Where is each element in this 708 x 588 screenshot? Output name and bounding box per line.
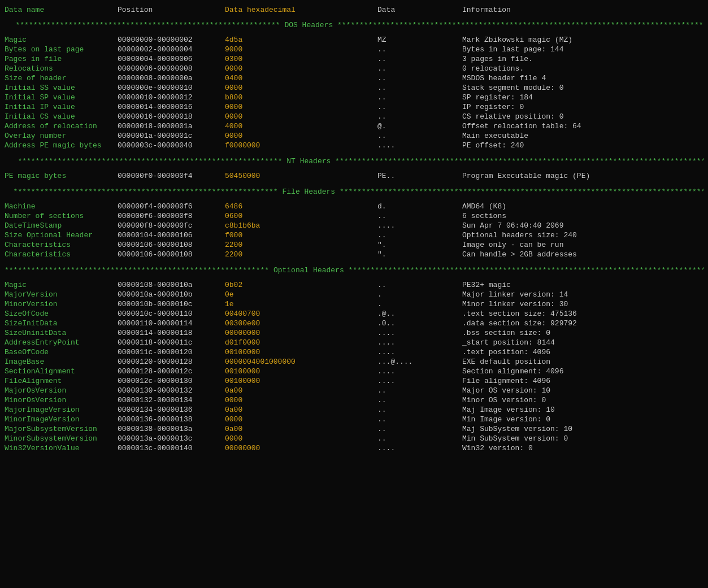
cell-hex: 0300	[225, 54, 377, 64]
cell-hex: f000	[225, 230, 377, 240]
cell-position: 00000134-00000136	[118, 405, 225, 415]
cell-dataname: MajorImageVersion	[5, 405, 118, 415]
cell-position: 00000018-0000001a	[118, 121, 225, 131]
cell-position: 000000f8-000000fc	[118, 221, 225, 230]
header-position: Position	[118, 5, 225, 18]
cell-dataname: AddressEntryPoint	[5, 338, 118, 347]
cell-dataname: Initial SS value	[5, 83, 118, 93]
cell-info: 0 relocations.	[462, 64, 703, 73]
cell-data: ..	[377, 280, 462, 290]
cell-dataname: Initial SP value	[5, 93, 118, 102]
cell-hex: 0000	[225, 434, 377, 443]
cell-hex: 00300e00	[225, 319, 377, 328]
cell-data: PE..	[377, 171, 462, 181]
cell-dataname: BaseOfCode	[5, 347, 118, 357]
cell-hex: 0000	[225, 131, 377, 141]
cell-data: ..	[377, 54, 462, 64]
cell-data: ..	[377, 45, 462, 54]
cell-data: ..	[377, 415, 462, 424]
cell-position: 00000138-0000013a	[118, 424, 225, 434]
cell-position: 00000008-0000000a	[118, 73, 225, 83]
cell-hex: d01f0000	[225, 338, 377, 347]
cell-dataname: MinorOsVersion	[5, 395, 118, 405]
cell-hex: f0000000	[225, 141, 377, 150]
cell-hex: 50450000	[225, 171, 377, 181]
cell-data: ..	[377, 83, 462, 93]
cell-data: ..	[377, 424, 462, 434]
cell-data: MZ	[377, 35, 462, 45]
cell-position: 0000013a-0000013c	[118, 434, 225, 443]
cell-data: ..	[377, 405, 462, 415]
cell-hex: 0a00	[225, 405, 377, 415]
cell-info: Maj Image version: 10	[462, 405, 703, 415]
cell-info: IP register: 0	[462, 102, 703, 112]
table-row: MinorOsVersion00000132-000001340000..Min…	[5, 395, 703, 405]
cell-info: Optional headers size: 240	[462, 230, 703, 240]
cell-info: Mark Zbikowski magic (MZ)	[462, 35, 703, 45]
section-divider-nt-headers: ****************************************…	[5, 154, 703, 168]
cell-hex: 0000	[225, 415, 377, 424]
cell-position: 0000003c-00000040	[118, 141, 225, 150]
table-row: Address of relocation00000018-0000001a40…	[5, 121, 703, 131]
cell-info: .text section size: 475136	[462, 309, 703, 319]
cell-position: 000000f4-000000f6	[118, 202, 225, 211]
cell-hex: b800	[225, 93, 377, 102]
cell-info: AMD64 (K8)	[462, 202, 703, 211]
table-row: Initial CS value00000016-000000180000..C…	[5, 112, 703, 121]
cell-info: 3 pages in file.	[462, 54, 703, 64]
main-container: Data name Position Data hexadecimal Data…	[5, 5, 703, 453]
cell-position: 00000108-0000010a	[118, 280, 225, 290]
cell-hex: 4000	[225, 121, 377, 131]
cell-data: ..	[377, 211, 462, 221]
cell-info: Major OS version: 10	[462, 386, 703, 395]
cell-data: ....	[377, 141, 462, 150]
cell-hex: 0e	[225, 290, 377, 299]
cell-hex: 0000	[225, 102, 377, 112]
table-row: SectionAlignment00000128-0000012c0010000…	[5, 367, 703, 376]
cell-data: ....	[377, 376, 462, 386]
table-row: BaseOfCode0000011c-0000012000100000.....…	[5, 347, 703, 357]
cell-position: 0000013c-00000140	[118, 443, 225, 453]
cell-dataname: Number of sections	[5, 211, 118, 221]
cell-info: _start position: 8144	[462, 338, 703, 347]
cell-data: ..	[377, 93, 462, 102]
cell-position: 00000104-00000106	[118, 230, 225, 240]
table-row: MinorVersion0000010b-0000010c1e.Minor li…	[5, 299, 703, 309]
cell-position: 00000106-00000108	[118, 240, 225, 250]
cell-info: Section alignment: 4096	[462, 367, 703, 376]
cell-dataname: Size Optional Header	[5, 230, 118, 240]
cell-dataname: Characteristics	[5, 250, 118, 259]
table-row: Initial SP value00000010-00000012b800..S…	[5, 93, 703, 102]
cell-hex: 00000000	[225, 443, 377, 453]
cell-position: 00000118-0000011c	[118, 338, 225, 347]
table-row: MinorSubsystemVersion0000013a-0000013c00…	[5, 434, 703, 443]
table-row: MajorVersion0000010a-0000010b0e.Major li…	[5, 290, 703, 299]
cell-dataname: Relocations	[5, 64, 118, 73]
cell-hex: 00000000	[225, 328, 377, 338]
cell-hex: 0000004001000000	[225, 357, 377, 367]
cell-data: .	[377, 290, 462, 299]
table-row: AddressEntryPoint00000118-0000011cd01f00…	[5, 338, 703, 347]
cell-dataname: Magic	[5, 280, 118, 290]
cell-info: Can handle > 2GB addresses	[462, 250, 703, 259]
cell-hex: 1e	[225, 299, 377, 309]
cell-info: .data section size: 929792	[462, 319, 703, 328]
cell-info: Win32 version: 0	[462, 443, 703, 453]
cell-hex: 4d5a	[225, 35, 377, 45]
cell-dataname: SizeOfCode	[5, 309, 118, 319]
cell-data: ..	[377, 230, 462, 240]
cell-data: ".	[377, 250, 462, 259]
cell-dataname: MajorOsVersion	[5, 386, 118, 395]
table-row: Address PE magic bytes0000003c-00000040f…	[5, 141, 703, 150]
cell-data: .	[377, 299, 462, 309]
cell-dataname: ImageBase	[5, 357, 118, 367]
cell-dataname: Characteristics	[5, 240, 118, 250]
table-row: Characteristics00000106-000001082200".Im…	[5, 240, 703, 250]
cell-dataname: Magic	[5, 35, 118, 45]
cell-position: 0000011c-00000120	[118, 347, 225, 357]
cell-info: Minor OS version: 0	[462, 395, 703, 405]
table-row: Magic00000108-0000010a0b02..PE32+ magic	[5, 280, 703, 290]
cell-position: 00000000-00000002	[118, 35, 225, 45]
cell-hex: 00100000	[225, 367, 377, 376]
header-hex: Data hexadecimal	[225, 5, 377, 18]
